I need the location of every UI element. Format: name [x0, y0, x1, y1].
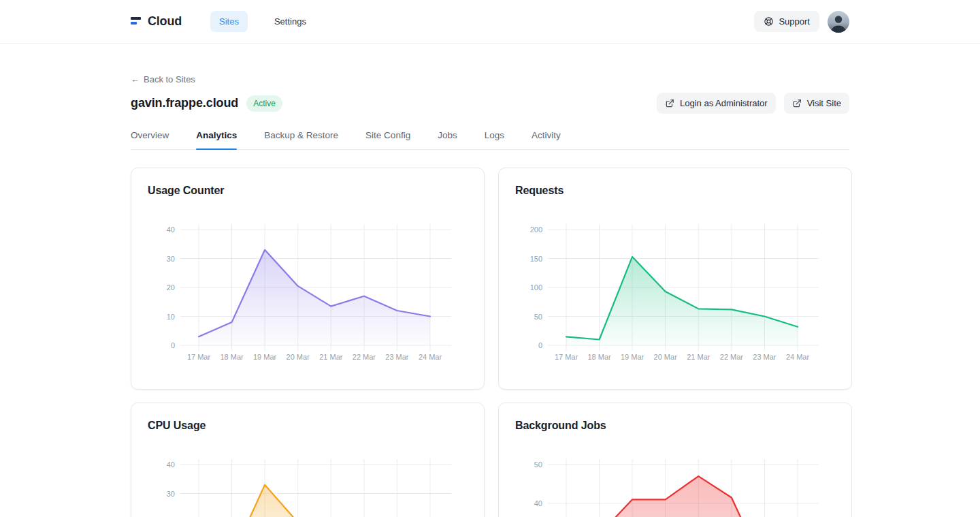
chart-svg: 17 Mar18 Mar19 Mar20 Mar21 Mar22 Mar23 M…	[148, 451, 468, 517]
charts-grid: Usage Counter 17 Mar18 Mar19 Mar20 Mar21…	[131, 168, 849, 517]
visit-site-button[interactable]: Visit Site	[784, 93, 849, 114]
background-jobs-chart: 17 Mar18 Mar19 Mar20 Mar21 Mar22 Mar23 M…	[515, 451, 835, 517]
nav-link-settings[interactable]: Settings	[265, 11, 315, 32]
chart-title: CPU Usage	[148, 420, 468, 432]
svg-text:50: 50	[534, 460, 542, 469]
tabs-bar: Overview Analytics Backup & Restore Site…	[131, 130, 849, 150]
site-title: gavin.frappe.cloud	[131, 96, 238, 110]
external-link-icon	[792, 99, 802, 108]
svg-text:0: 0	[171, 341, 175, 349]
background-jobs-card: Background Jobs 17 Mar18 Mar19 Mar20 Mar…	[498, 403, 852, 517]
svg-text:17 Mar: 17 Mar	[187, 353, 211, 361]
svg-text:22 Mar: 22 Mar	[353, 353, 376, 361]
svg-text:0: 0	[538, 341, 542, 349]
chart-svg: 17 Mar18 Mar19 Mar20 Mar21 Mar22 Mar23 M…	[148, 216, 468, 373]
svg-text:21 Mar: 21 Mar	[319, 353, 343, 361]
svg-text:30: 30	[167, 490, 175, 498]
svg-text:19 Mar: 19 Mar	[253, 353, 277, 361]
site-actions: Login as Administrator Visit Site	[657, 93, 849, 114]
chart-title: Usage Counter	[148, 185, 468, 197]
svg-text:23 Mar: 23 Mar	[385, 353, 409, 361]
tab-activity[interactable]: Activity	[532, 130, 561, 149]
tab-overview[interactable]: Overview	[131, 130, 169, 149]
navbar-right: Support	[754, 11, 849, 33]
svg-text:40: 40	[167, 460, 175, 469]
svg-text:40: 40	[534, 499, 542, 507]
svg-text:10: 10	[167, 313, 175, 321]
tab-analytics[interactable]: Analytics	[196, 130, 237, 149]
svg-text:24 Mar: 24 Mar	[419, 353, 442, 361]
svg-text:20 Mar: 20 Mar	[287, 353, 310, 361]
back-link-label: Back to Sites	[144, 74, 195, 84]
tab-logs[interactable]: Logs	[485, 130, 504, 149]
usage-counter-card: Usage Counter 17 Mar18 Mar19 Mar20 Mar21…	[131, 168, 485, 390]
visit-site-label: Visit Site	[807, 98, 841, 108]
cpu-usage-chart: 17 Mar18 Mar19 Mar20 Mar21 Mar22 Mar23 M…	[148, 451, 468, 517]
nav-links: Sites Settings	[210, 11, 315, 32]
support-button[interactable]: Support	[754, 11, 819, 32]
svg-text:100: 100	[530, 283, 542, 292]
tab-backup-restore[interactable]: Backup & Restore	[264, 130, 338, 149]
main-content: ← Back to Sites gavin.frappe.cloud Activ…	[131, 44, 849, 517]
svg-text:24 Mar: 24 Mar	[786, 353, 810, 361]
chart-title: Requests	[515, 185, 835, 197]
svg-text:40: 40	[167, 225, 175, 234]
chart-svg: 17 Mar18 Mar19 Mar20 Mar21 Mar22 Mar23 M…	[515, 216, 835, 373]
frappe-logo-icon	[131, 16, 142, 27]
logo-text: Cloud	[148, 14, 182, 29]
site-header-row: gavin.frappe.cloud Active Login as Admin…	[131, 93, 849, 114]
login-as-administrator-label: Login as Administrator	[680, 98, 768, 108]
requests-chart: 17 Mar18 Mar19 Mar20 Mar21 Mar22 Mar23 M…	[515, 216, 835, 373]
user-avatar[interactable]	[828, 11, 849, 33]
svg-text:20: 20	[167, 283, 175, 292]
navbar: Cloud Sites Settings Support	[0, 0, 980, 44]
back-arrow-icon: ←	[131, 74, 140, 84]
tab-jobs[interactable]: Jobs	[438, 130, 457, 149]
tab-site-config[interactable]: Site Config	[365, 130, 410, 149]
nav-link-sites[interactable]: Sites	[210, 11, 248, 32]
svg-text:30: 30	[167, 255, 175, 263]
support-label: Support	[779, 16, 810, 27]
chart-svg: 17 Mar18 Mar19 Mar20 Mar21 Mar22 Mar23 M…	[515, 451, 835, 517]
svg-text:20 Mar: 20 Mar	[654, 353, 678, 361]
lifebuoy-icon	[764, 16, 774, 27]
chart-title: Background Jobs	[515, 420, 835, 432]
svg-text:150: 150	[530, 255, 542, 263]
frappe-cloud-logo[interactable]: Cloud	[131, 14, 182, 29]
status-badge: Active	[246, 95, 282, 112]
svg-text:50: 50	[534, 313, 542, 321]
back-to-sites-link[interactable]: ← Back to Sites	[131, 74, 195, 84]
svg-text:19 Mar: 19 Mar	[621, 353, 644, 361]
svg-text:21 Mar: 21 Mar	[687, 353, 710, 361]
svg-text:200: 200	[530, 225, 542, 234]
external-link-icon	[665, 99, 674, 108]
requests-card: Requests 17 Mar18 Mar19 Mar20 Mar21 Mar2…	[498, 168, 852, 390]
svg-text:22 Mar: 22 Mar	[720, 353, 744, 361]
svg-text:17 Mar: 17 Mar	[555, 353, 578, 361]
svg-text:23 Mar: 23 Mar	[753, 353, 777, 361]
svg-text:18 Mar: 18 Mar	[220, 353, 244, 361]
svg-text:18 Mar: 18 Mar	[587, 353, 611, 361]
usage-counter-chart: 17 Mar18 Mar19 Mar20 Mar21 Mar22 Mar23 M…	[148, 216, 468, 373]
login-as-administrator-button[interactable]: Login as Administrator	[657, 93, 776, 114]
cpu-usage-card: CPU Usage 17 Mar18 Mar19 Mar20 Mar21 Mar…	[131, 403, 485, 517]
